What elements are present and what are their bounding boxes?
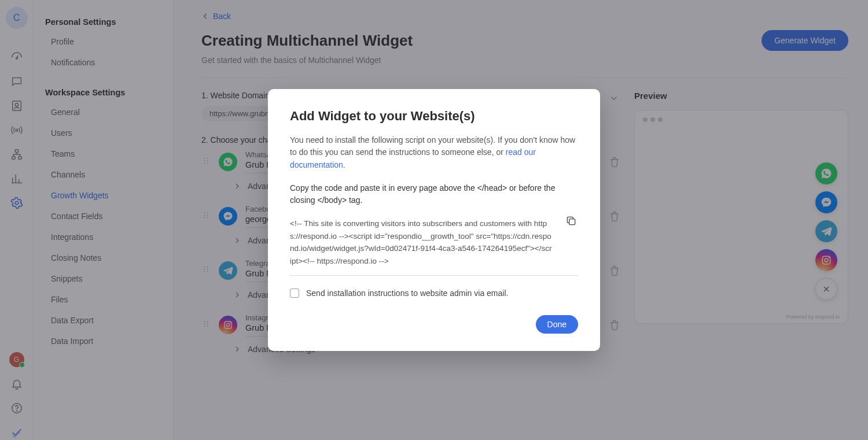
modal-title: Add Widget to your Website(s): [290, 109, 578, 124]
svg-rect-40: [569, 219, 575, 225]
copy-icon: [565, 215, 577, 227]
add-widget-modal: Add Widget to your Website(s) You need t…: [268, 89, 600, 352]
copy-code-button[interactable]: [565, 215, 577, 229]
done-button[interactable]: Done: [536, 315, 578, 334]
checkbox-label: Send installation instructions to websit…: [306, 289, 508, 298]
widget-code: <!-- This site is converting visitors in…: [290, 217, 553, 267]
checkbox-icon[interactable]: [290, 289, 299, 298]
modal-description: You need to install the following script…: [290, 134, 578, 172]
modal-instruction: Copy the code and paste it in every page…: [290, 182, 578, 207]
code-block: <!-- This site is converting visitors in…: [290, 215, 578, 276]
send-email-checkbox-row[interactable]: Send installation instructions to websit…: [290, 289, 578, 298]
modal-overlay[interactable]: Add Widget to your Website(s) You need t…: [0, 0, 868, 440]
